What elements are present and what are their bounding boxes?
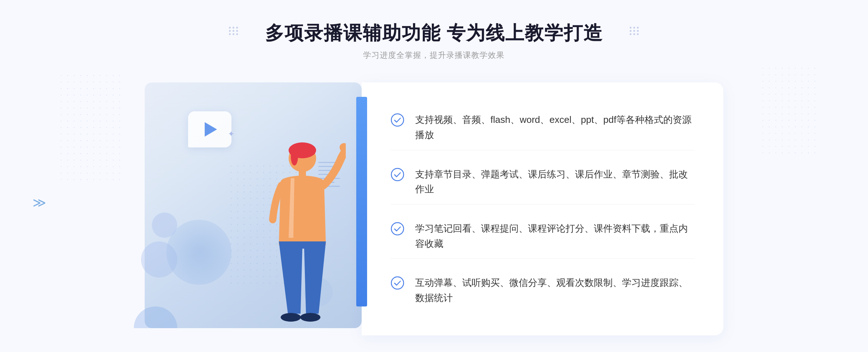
page-container: ≫ 多项录播课辅助功能 专为线上教学打造 学习进度全掌握，提升录播课教学效果 <box>0 0 868 352</box>
feature-item-2: 支持章节目录、弹题考试、课后练习、课后作业、章节测验、批改作业 <box>391 160 694 205</box>
feature-text-2: 支持章节目录、弹题考试、课后练习、课后作业、章节测验、批改作业 <box>415 167 694 197</box>
human-figure-illustration <box>230 126 346 328</box>
left-deco-circle-bottom <box>141 241 177 278</box>
right-features-panel: 支持视频、音频、flash、word、excel、ppt、pdf等各种格式的资源… <box>362 82 723 335</box>
play-bubble <box>188 111 231 147</box>
page-title: 多项录播课辅助功能 专为线上教学打造 <box>265 22 603 44</box>
decorative-dots-left <box>58 72 123 181</box>
content-area: ✦ <box>145 82 723 335</box>
check-icon-1 <box>391 113 404 127</box>
deco-semicircle <box>134 306 177 328</box>
header-dots-right <box>630 27 639 35</box>
check-icon-2 <box>391 168 404 181</box>
svg-point-6 <box>340 143 346 152</box>
svg-point-8 <box>300 313 320 322</box>
header-dots-left <box>229 27 238 35</box>
feature-item-3: 学习笔记回看、课程提问、课程评论打分、课件资料下载，重点内容收藏 <box>391 214 694 259</box>
illustration-panel: ✦ <box>145 82 362 328</box>
svg-point-9 <box>391 114 404 126</box>
check-icon-3 <box>391 222 404 236</box>
blue-accent-bar <box>356 97 367 306</box>
feature-text-3: 学习笔记回看、课程提问、课程评论打分、课件资料下载，重点内容收藏 <box>415 221 694 251</box>
svg-point-12 <box>391 277 404 289</box>
svg-point-10 <box>391 168 404 181</box>
chevron-left-decoration: ≫ <box>33 195 46 210</box>
play-triangle-icon <box>205 122 217 137</box>
svg-point-7 <box>281 313 301 322</box>
check-icon-4 <box>391 276 404 290</box>
page-subtitle: 学习进度全掌握，提升录播课教学效果 <box>265 50 603 61</box>
header-section: 多项录播课辅助功能 专为线上教学打造 学习进度全掌握，提升录播课教学效果 <box>265 22 603 61</box>
left-deco-circle-top <box>152 213 177 238</box>
svg-point-4 <box>291 147 298 166</box>
feature-text-1: 支持视频、音频、flash、word、excel、ppt、pdf等各种格式的资源… <box>415 112 694 142</box>
svg-point-11 <box>391 223 404 235</box>
feature-item-1: 支持视频、音频、flash、word、excel、ppt、pdf等各种格式的资源… <box>391 105 694 150</box>
feature-text-4: 互动弹幕、试听购买、微信分享、观看次数限制、学习进度跟踪、数据统计 <box>415 275 694 305</box>
feature-item-4: 互动弹幕、试听购买、微信分享、观看次数限制、学习进度跟踪、数据统计 <box>391 268 694 313</box>
decorative-dots-right <box>760 65 817 159</box>
